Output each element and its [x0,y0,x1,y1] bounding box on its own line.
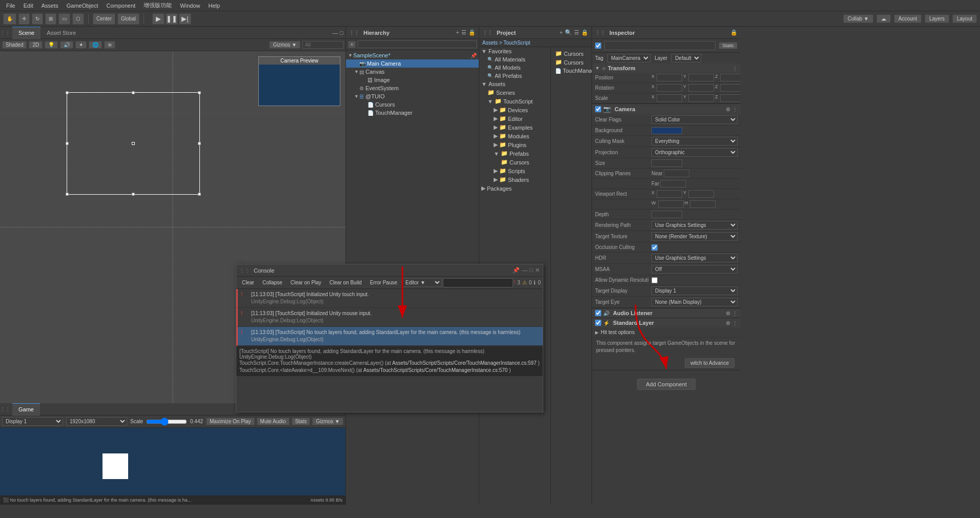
collab-btn[interactable]: Collab ▼ [843,14,873,23]
tag-select[interactable]: MainCamera [607,54,650,63]
vp-y-input[interactable]: 0 [688,190,714,198]
hierarchy-item-image[interactable]: 🖼 Image [346,76,479,84]
handle-tr[interactable] [198,91,201,94]
cloud-btn[interactable]: ☁ [876,14,891,23]
camera-header[interactable]: 📷 Camera ⚙ ⋮ [592,104,741,114]
hierarchy-scene-root[interactable]: ▼ SampleScene* 📌 [346,51,479,59]
panel-minimize[interactable]: — [332,30,338,36]
hierarchy-add-scene-btn[interactable]: + [348,41,356,48]
console-pin-btn[interactable]: 📌 [513,267,520,274]
menu-enhanced[interactable]: 增强版功能 [139,1,176,10]
console-close-btn[interactable]: ✕ [535,267,540,274]
packages-header[interactable]: ▶ Packages [479,184,550,193]
skybox-btn[interactable]: 🌐 [89,41,102,49]
console-bottom-detail2-link[interactable]: Assets/TouchScript/Scripts/Core/TouchMan… [392,360,537,366]
audio-settings-icon[interactable]: ⚙ [726,310,730,316]
tool-hand-btn[interactable]: ✋ [3,13,16,25]
pivot-btn[interactable]: Center [93,13,115,25]
hierarchy-item-canvas[interactable]: ▼ ▤ Canvas [346,68,479,76]
panel-maximize[interactable]: □ [340,30,343,36]
devices-folder[interactable]: ▶ 📁 Devices [479,106,550,114]
assets-header[interactable]: ▼ Assets [479,80,550,88]
project-search-btn[interactable]: 🔍 [565,29,572,36]
right-cursors1[interactable]: 📁 Cursors [553,49,589,58]
gizmos-btn[interactable]: Gizmos ▼ [269,41,300,49]
standard-layer-header[interactable]: ⚡ Standard Layer ⚙ ⋮ [592,318,741,327]
clear-flags-select[interactable]: Solid Color [651,115,738,124]
hierarchy-item-touchmanager[interactable]: 📄 TouchManager [346,109,479,117]
hierarchy-menu-btn[interactable]: ☰ [461,29,466,36]
near-input[interactable]: 0.3 [664,170,689,177]
obj-name-input[interactable]: Main Camera [604,41,716,50]
play-btn[interactable]: ▶ [152,13,165,25]
camera-more-icon[interactable]: ⋮ [732,107,738,112]
layer-select[interactable]: Default [671,54,701,63]
camera-active-checkbox[interactable] [595,106,601,112]
handle-tm[interactable] [132,91,135,94]
prefabs-folder[interactable]: ▼ 📁 Prefabs [479,149,550,158]
modules-folder[interactable]: ▶ 📁 Modules [479,132,550,140]
handle-bl[interactable] [66,193,69,196]
target-display-select[interactable]: Display 1 [651,286,738,295]
project-menu-btn[interactable]: ☰ [574,29,579,36]
touchscript-folder[interactable]: ▼ 📁 TouchScript [479,97,550,106]
rot-y-input[interactable]: 0 [688,84,714,92]
console-search-input[interactable] [443,278,513,287]
scale-x-input[interactable]: 1 [657,94,682,102]
target-texture-select[interactable]: None (Render Texture) [651,232,738,241]
examples-folder[interactable]: ▶ 📁 Examples [479,123,550,132]
cursors-subfolder[interactable]: 📁 Cursors [479,158,550,167]
msaa-select[interactable]: Off [651,265,738,274]
size-input[interactable]: 5 [651,159,682,167]
occlusion-checkbox[interactable] [651,244,658,251]
editor-folder[interactable]: ▶ 📁 Editor [479,114,550,123]
tool-rotate-btn[interactable]: ↻ [32,13,43,25]
display-select[interactable]: Display 1 [2,417,63,426]
target-eye-select[interactable]: None (Main Display) [651,298,738,306]
culling-mask-select[interactable]: Everything [651,137,738,146]
menu-gameobject[interactable]: GameObject [63,2,103,10]
obj-active-checkbox[interactable] [595,43,601,49]
plugins-folder[interactable]: ▶ 📁 Plugins [479,140,550,149]
scene-search-input[interactable] [302,41,343,49]
hierarchy-item-tuio[interactable]: ▼ ☰ @TUIO [346,92,479,100]
console-collapse-btn[interactable]: Collapse [259,279,286,286]
allow-dynamic-checkbox[interactable] [651,277,658,283]
tab-game[interactable]: Game [12,403,40,416]
handle-br[interactable] [198,193,201,196]
fx-btn[interactable]: ✦ [75,41,87,49]
mute-audio-btn[interactable]: Mute Audio [257,418,290,425]
maximize-on-play-btn[interactable]: Maximize On Play [206,418,255,425]
console-bottom-detail3-link[interactable]: Assets/TouchScript/Scripts/Core/TouchMan… [363,367,508,373]
menu-file[interactable]: File [2,2,19,10]
pause-btn[interactable]: ❚❚ [166,13,178,25]
standard-layer-checkbox[interactable] [595,320,601,326]
game-gizmos-btn[interactable]: Gizmos ▼ [312,418,343,425]
fav-all-models[interactable]: 🔍 All Models [479,64,550,72]
add-component-btn[interactable]: Add Component [637,379,696,390]
standard-settings-icon[interactable]: ⚙ [726,320,730,326]
console-log-2[interactable]: ! [11:13:03] [TouchScript] Initialized U… [236,308,543,327]
layers-btn[interactable]: Layers [925,14,949,23]
hierarchy-item-cursors[interactable]: 📄 Cursors [346,100,479,109]
transform-settings[interactable]: ⋮ [732,66,738,71]
audio-more-icon[interactable]: ⋮ [732,310,738,316]
step-btn[interactable]: ▶| [179,13,191,25]
vp-x-input[interactable]: 0 [657,190,682,198]
tool-rect-btn[interactable]: ▭ [58,13,70,25]
handle-ml[interactable] [66,142,69,145]
console-editor-select[interactable]: Editor ▼ [402,278,442,287]
audio-listener-header[interactable]: 🔊 Audio Listener ⚙ ⋮ [592,308,741,318]
project-add-btn[interactable]: + [560,29,563,36]
transform-header[interactable]: ▼ ⊹ Transform ⋮ [592,64,741,73]
2d-btn[interactable]: 2D [29,41,43,49]
pos-x-input[interactable]: 0 [657,74,682,81]
far-input[interactable]: 1000 [660,180,686,188]
shaders-folder[interactable]: ▶ 📁 Shaders [479,175,550,184]
rendering-path-select[interactable]: Use Graphics Settings [651,221,738,230]
hierarchy-item-eventsystem[interactable]: ⚙ EventSystem [346,84,479,92]
inspector-lock-btn[interactable]: 🔒 [730,29,738,36]
stats-btn[interactable]: Stats [292,418,311,425]
tool-move-btn[interactable]: ✛ [18,13,30,25]
static-btn[interactable]: Static [719,42,738,49]
